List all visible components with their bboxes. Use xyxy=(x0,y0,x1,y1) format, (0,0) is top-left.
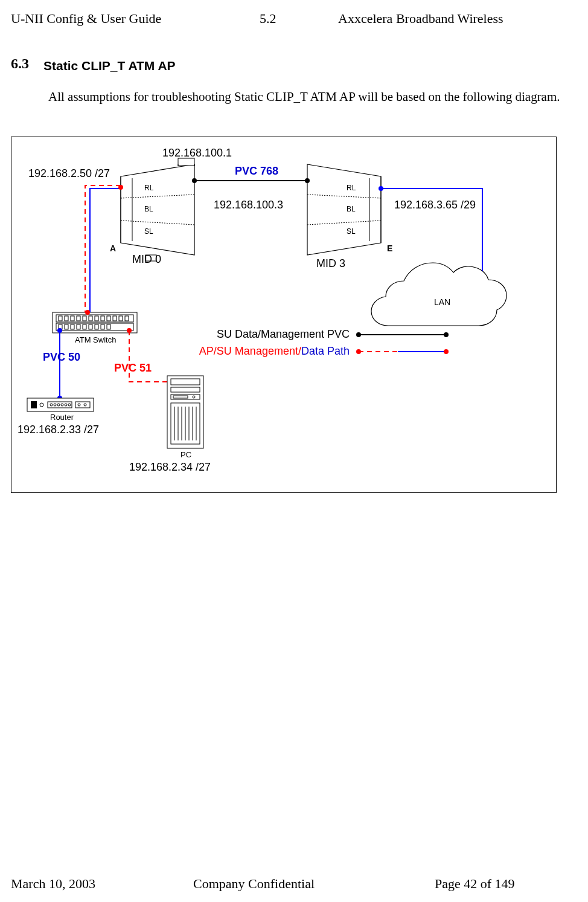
header-left: U-NII Config & User Guide xyxy=(11,11,161,27)
pc: PC xyxy=(167,376,203,459)
svg-rect-5 xyxy=(178,158,194,166)
svg-rect-27 xyxy=(101,316,104,321)
svg-point-48 xyxy=(40,403,43,407)
diagram-frame: RL BL SL A MID 0 192.168.100.1 192.168.2… xyxy=(11,137,557,493)
svg-rect-37 xyxy=(89,324,92,329)
svg-point-57 xyxy=(78,404,80,406)
svg-rect-29 xyxy=(113,316,117,321)
pvc51-label: PVC 51 xyxy=(114,362,152,374)
header-right: Axxcelera Broadband Wireless xyxy=(338,11,503,27)
svg-rect-21 xyxy=(65,316,68,321)
svg-point-16 xyxy=(379,186,383,191)
su-sl-label: SL xyxy=(347,227,356,236)
ip-ap-eth: 192.168.2.50 /27 xyxy=(28,167,110,179)
pvc51-link xyxy=(129,330,167,382)
ip-router: 192.168.2.33 /27 xyxy=(18,424,99,436)
svg-point-42 xyxy=(85,310,90,315)
svg-point-79 xyxy=(444,349,449,354)
svg-rect-47 xyxy=(31,401,37,408)
header-mid: 5.2 xyxy=(260,11,276,27)
label-E: E xyxy=(387,243,392,253)
svg-rect-61 xyxy=(171,387,200,392)
su-rl-label: RL xyxy=(347,184,356,192)
ip-ap-radio: 192.168.100.1 xyxy=(162,147,232,159)
atm-switch-label: ATM Switch xyxy=(75,335,116,344)
svg-point-41 xyxy=(118,185,123,190)
svg-point-55 xyxy=(68,404,71,406)
svg-point-45 xyxy=(127,328,132,333)
su-bl-label: BL xyxy=(347,205,356,213)
svg-point-64 xyxy=(193,396,195,398)
pvc768-label: PVC 768 xyxy=(235,165,278,177)
svg-rect-38 xyxy=(95,324,98,329)
svg-rect-30 xyxy=(119,316,123,321)
section-title: Static CLIP_T ATM AP xyxy=(43,59,176,73)
ap-sl-label: SL xyxy=(144,227,153,236)
svg-rect-28 xyxy=(107,316,110,321)
pvc50-label: PVC 50 xyxy=(43,351,80,363)
svg-point-75 xyxy=(444,332,449,337)
svg-rect-40 xyxy=(107,324,110,329)
svg-rect-20 xyxy=(59,316,62,321)
svg-rect-33 xyxy=(65,324,68,329)
legend: SU Data/Management PVC AP/SU Management/… xyxy=(199,328,449,357)
svg-rect-22 xyxy=(71,316,74,321)
mid3-label: MID 3 xyxy=(316,257,345,269)
svg-rect-34 xyxy=(71,324,74,329)
legend-apsu-text: AP/SU Management/Data Path xyxy=(199,345,350,357)
intro-text: All assumptions for troubleshooting Stat… xyxy=(48,89,560,104)
router-label: Router xyxy=(50,413,74,422)
svg-point-50 xyxy=(50,404,53,406)
svg-rect-63 xyxy=(173,396,188,398)
svg-rect-26 xyxy=(95,316,98,321)
legend-su-text: SU Data/Management PVC xyxy=(217,328,350,340)
section-number: 6.3 xyxy=(11,56,29,72)
svg-rect-60 xyxy=(171,379,200,385)
svg-rect-25 xyxy=(89,316,92,321)
pc-label: PC xyxy=(181,450,191,459)
atm-switch: ATM Switch xyxy=(53,312,137,344)
intro-paragraph: All assumptions for troubleshooting Stat… xyxy=(11,89,572,105)
svg-marker-9 xyxy=(307,164,381,255)
svg-point-14 xyxy=(192,178,197,183)
ip-su-radio: 192.168.100.3 xyxy=(214,199,283,211)
ap-bl-label: BL xyxy=(144,205,153,213)
ap-atm-data xyxy=(90,188,121,312)
lan-cloud: LAN xyxy=(371,263,507,326)
svg-point-58 xyxy=(84,404,86,406)
router: Router xyxy=(27,398,94,422)
svg-rect-24 xyxy=(83,316,86,321)
svg-point-53 xyxy=(61,404,63,406)
svg-rect-39 xyxy=(101,324,104,329)
su-unit: RL BL SL E xyxy=(307,164,392,255)
ip-su-eth: 192.168.3.65 /29 xyxy=(394,199,476,211)
svg-point-52 xyxy=(57,404,60,406)
page: U-NII Config & User Guide 5.2 Axxcelera … xyxy=(0,0,588,902)
footer-right: Page 42 of 149 xyxy=(435,876,515,892)
svg-marker-0 xyxy=(121,164,194,255)
svg-rect-35 xyxy=(77,324,80,329)
svg-point-15 xyxy=(305,178,310,183)
svg-rect-36 xyxy=(83,324,86,329)
label-A: A xyxy=(110,243,116,253)
svg-rect-31 xyxy=(125,316,129,321)
svg-point-54 xyxy=(65,404,67,406)
ip-pc: 192.168.2.34 /27 xyxy=(129,461,211,473)
svg-point-51 xyxy=(54,404,56,406)
ap-unit: RL BL SL A xyxy=(110,158,194,261)
lan-label: LAN xyxy=(434,297,450,307)
footer-mid: Company Confidential xyxy=(193,876,315,892)
mid0-label: MID 0 xyxy=(132,253,161,265)
ap-rl-label: RL xyxy=(144,184,154,192)
footer-left: March 10, 2003 xyxy=(11,876,95,892)
network-diagram: RL BL SL A MID 0 192.168.100.1 192.168.2… xyxy=(11,137,556,492)
svg-point-43 xyxy=(57,328,62,333)
svg-rect-23 xyxy=(77,316,80,321)
